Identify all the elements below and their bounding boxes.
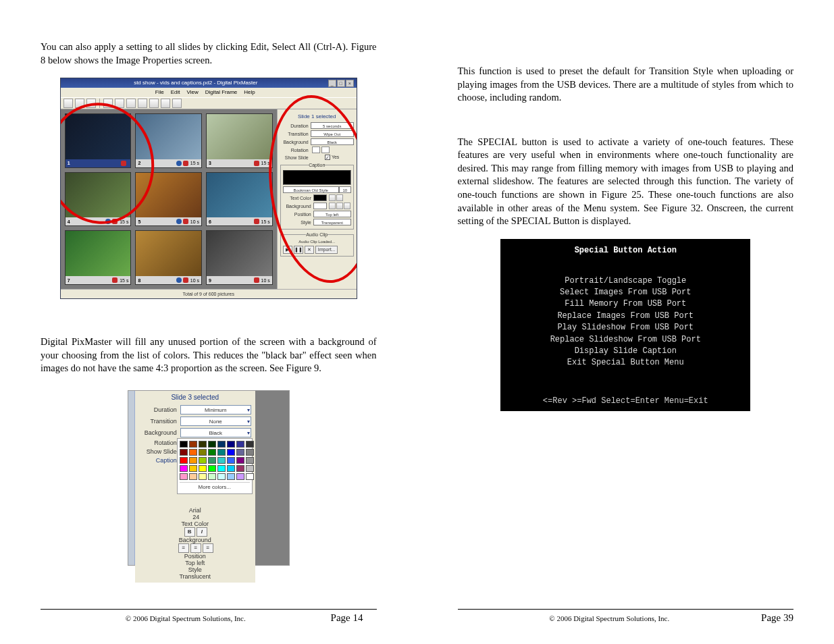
color-swatch[interactable] bbox=[246, 473, 254, 480]
color-swatch[interactable] bbox=[246, 449, 254, 456]
thumbnail-7[interactable]: 715 s bbox=[65, 230, 132, 285]
align-left-button[interactable]: ≡ bbox=[178, 543, 189, 553]
color-swatch[interactable] bbox=[199, 457, 207, 464]
menubar[interactable]: FileEditViewDigital FrameHelp bbox=[61, 88, 357, 97]
color-swatch[interactable] bbox=[217, 465, 226, 472]
position-select[interactable]: Top left bbox=[139, 560, 251, 566]
duration-select[interactable]: Minimum bbox=[180, 405, 251, 414]
color-swatch[interactable] bbox=[208, 465, 216, 472]
color-swatch[interactable] bbox=[236, 465, 244, 472]
rotation-buttons[interactable] bbox=[311, 146, 354, 153]
color-swatch[interactable] bbox=[227, 465, 235, 472]
color-swatch[interactable] bbox=[189, 473, 197, 480]
position-select[interactable]: Top left bbox=[313, 211, 351, 217]
color-swatch[interactable] bbox=[180, 457, 188, 464]
color-swatch[interactable] bbox=[208, 441, 216, 448]
font-select[interactable]: Bookman Old Style bbox=[283, 186, 339, 193]
color-swatch[interactable] bbox=[227, 441, 235, 448]
showslide-checkbox[interactable]: ✓ bbox=[325, 155, 330, 160]
color-swatch[interactable] bbox=[189, 449, 197, 456]
special-menu-item[interactable]: Select Images From USB Port bbox=[500, 287, 750, 298]
color-swatch[interactable] bbox=[227, 473, 235, 480]
menu-edit[interactable]: Edit bbox=[171, 89, 180, 95]
thumbnail-8[interactable]: 810 s bbox=[135, 230, 202, 285]
bold-button[interactable]: B bbox=[184, 527, 195, 537]
color-swatch[interactable] bbox=[208, 457, 216, 464]
color-swatch[interactable] bbox=[236, 441, 244, 448]
font-size[interactable]: 10 bbox=[339, 186, 351, 193]
color-swatch[interactable] bbox=[189, 457, 197, 464]
align-right-button[interactable] bbox=[344, 203, 350, 209]
toolbar-cut-icon[interactable] bbox=[126, 99, 136, 108]
menu-digital-frame[interactable]: Digital Frame bbox=[205, 89, 238, 95]
color-swatch[interactable] bbox=[236, 473, 244, 480]
toolbar-help-icon[interactable] bbox=[172, 99, 182, 108]
thumbnail-3[interactable]: 315 s bbox=[206, 113, 273, 168]
color-swatch[interactable] bbox=[236, 449, 244, 456]
transition-select[interactable]: Wipe Out bbox=[311, 130, 354, 137]
color-swatch[interactable] bbox=[199, 473, 207, 480]
font-size[interactable]: 24 bbox=[141, 514, 251, 520]
align-right-button[interactable]: ≡ bbox=[203, 543, 213, 553]
toolbar-undo-icon[interactable] bbox=[103, 99, 113, 108]
toolbar-redo-icon[interactable] bbox=[115, 99, 124, 108]
audio-pause-button[interactable]: ❚❚ bbox=[294, 246, 303, 254]
audio-import-button[interactable]: Import... bbox=[315, 246, 338, 254]
color-swatch[interactable] bbox=[208, 449, 216, 456]
toolbar-open-icon[interactable] bbox=[75, 99, 84, 108]
italic-button[interactable] bbox=[336, 194, 343, 201]
caption-bg-select[interactable] bbox=[313, 203, 327, 209]
color-swatch[interactable] bbox=[180, 465, 188, 472]
color-swatch[interactable] bbox=[246, 457, 254, 464]
menu-view[interactable]: View bbox=[186, 89, 198, 95]
style-select[interactable]: Transparent bbox=[313, 219, 351, 225]
special-menu-item[interactable]: Exit Special Button Menu bbox=[500, 357, 750, 369]
special-menu-item[interactable]: Display Slide Caption bbox=[500, 346, 750, 357]
color-swatch[interactable] bbox=[180, 473, 188, 480]
toolbar-paste-icon[interactable] bbox=[149, 99, 159, 108]
text-color-select[interactable] bbox=[313, 194, 327, 201]
toolbar-copy-icon[interactable] bbox=[138, 99, 147, 108]
align-center-button[interactable]: ≡ bbox=[190, 543, 201, 553]
audio-delete-button[interactable]: ✕ bbox=[305, 246, 314, 254]
color-swatch[interactable] bbox=[189, 465, 197, 472]
color-swatch[interactable] bbox=[217, 441, 226, 448]
thumbnail-1[interactable]: 1 bbox=[65, 113, 132, 168]
thumbnail-4[interactable]: 415 s bbox=[65, 172, 132, 227]
thumbnail-9[interactable]: 910 s bbox=[206, 230, 273, 285]
audio-play-button[interactable]: ▶ bbox=[283, 246, 292, 254]
menu-help[interactable]: Help bbox=[244, 89, 255, 95]
bold-button[interactable] bbox=[329, 194, 336, 201]
color-swatch[interactable] bbox=[217, 449, 226, 456]
toolbar-save-icon[interactable] bbox=[86, 99, 96, 108]
color-swatch[interactable] bbox=[189, 441, 197, 448]
align-center-button[interactable] bbox=[336, 203, 343, 209]
more-colors-button[interactable]: More colors... bbox=[180, 482, 250, 491]
scroll-strip[interactable] bbox=[128, 391, 135, 565]
special-menu-item[interactable]: Play Slideshow From USB Port bbox=[500, 322, 750, 333]
thumbnail-6[interactable]: 615 s bbox=[206, 172, 273, 227]
duration-select[interactable]: 5 seconds bbox=[311, 122, 354, 129]
thumbnail-5[interactable]: 510 s bbox=[135, 172, 202, 227]
color-swatch[interactable] bbox=[199, 441, 207, 448]
color-swatch[interactable] bbox=[199, 449, 207, 456]
toolbar-props-icon[interactable] bbox=[161, 99, 170, 108]
toolbar-new-icon[interactable] bbox=[63, 99, 73, 108]
color-swatch[interactable] bbox=[246, 441, 254, 448]
special-menu-item[interactable]: Replace Slideshow From USB Port bbox=[500, 334, 750, 346]
color-swatch[interactable] bbox=[236, 457, 244, 464]
color-swatch[interactable] bbox=[246, 465, 254, 472]
close-button[interactable]: × bbox=[346, 80, 354, 87]
align-left-button[interactable] bbox=[329, 203, 336, 209]
color-swatch[interactable] bbox=[180, 449, 188, 456]
color-swatch[interactable] bbox=[217, 457, 226, 464]
color-swatch[interactable] bbox=[180, 441, 188, 448]
color-swatch[interactable] bbox=[199, 465, 207, 472]
color-swatch[interactable] bbox=[227, 457, 235, 464]
minimize-button[interactable]: _ bbox=[328, 80, 336, 87]
italic-button[interactable]: I bbox=[197, 527, 207, 537]
thumbnail-2[interactable]: 215 s bbox=[135, 113, 202, 168]
maximize-button[interactable]: □ bbox=[337, 80, 345, 87]
color-swatch[interactable] bbox=[208, 473, 216, 480]
special-menu-item[interactable]: Replace Images From USB Port bbox=[500, 311, 750, 322]
